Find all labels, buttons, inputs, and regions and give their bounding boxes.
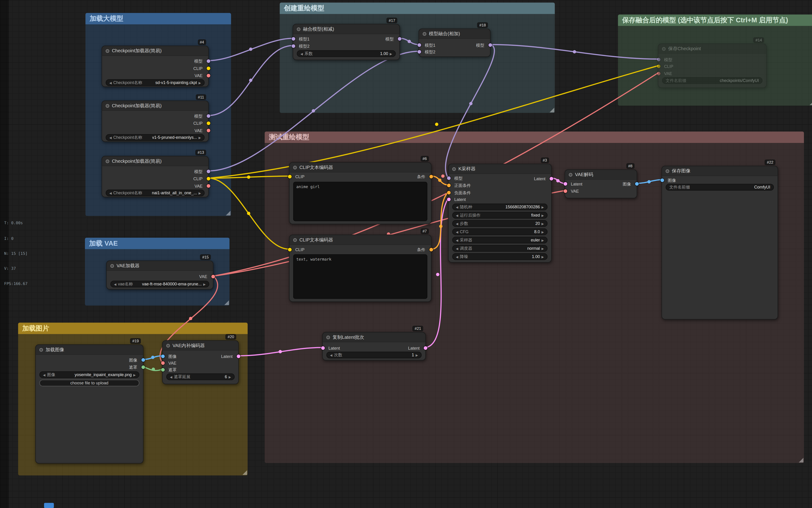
- conditioning-port-icon[interactable]: [429, 175, 433, 178]
- latent-port-icon[interactable]: [237, 354, 240, 358]
- filename-prefix-widget[interactable]: 文件名前缀checkpoints/ComfyUI: [662, 77, 763, 84]
- group-resize-handle[interactable]: [226, 211, 230, 215]
- combo-left-arrow-icon[interactable]: ◀: [110, 136, 112, 139]
- node-header[interactable]: VAE加载器: [106, 261, 213, 271]
- combo-left-arrow-icon[interactable]: ◀: [110, 191, 112, 195]
- increment-arrow-icon[interactable]: ▶: [542, 214, 544, 217]
- input-slot-negative[interactable]: 负面条件: [449, 190, 471, 196]
- collapse-toggle-icon[interactable]: [423, 32, 426, 36]
- collapse-toggle-icon[interactable]: [569, 173, 572, 176]
- input-slot-model2[interactable]: 模型2: [293, 43, 310, 49]
- input-slot-image[interactable]: 图像: [163, 353, 177, 359]
- collapse-toggle-icon[interactable]: [106, 49, 110, 53]
- increment-arrow-icon[interactable]: ▶: [542, 222, 544, 225]
- node-header[interactable]: 融合模型(相减): [293, 24, 400, 34]
- collapse-toggle-icon[interactable]: [666, 169, 669, 173]
- output-slot-model[interactable]: 模型: [194, 58, 208, 64]
- input-slot-latent[interactable]: Latent: [565, 181, 583, 187]
- node-vae-decode[interactable]: #8 VAE解码 Latent VAE 图像: [565, 169, 637, 199]
- decrement-arrow-icon[interactable]: ◀: [456, 222, 458, 225]
- node-header[interactable]: Checkpoint加载器(简易): [101, 100, 209, 111]
- increment-arrow-icon[interactable]: ▶: [416, 353, 418, 357]
- latent-port-icon[interactable]: [321, 346, 325, 350]
- vae-port-icon[interactable]: [211, 275, 215, 279]
- output-slot-clip[interactable]: CLIP: [194, 120, 208, 126]
- vae-port-icon[interactable]: [207, 74, 210, 78]
- combo-left-arrow-icon[interactable]: ◀: [456, 247, 458, 250]
- input-slot-latent[interactable]: Latent: [449, 196, 466, 203]
- input-slot-vae[interactable]: VAE: [163, 360, 176, 366]
- decrement-arrow-icon[interactable]: ◀: [456, 255, 458, 258]
- node-clip-encode-positive[interactable]: #6 CLIP文本编码器 CLIP 条件 anime girl: [289, 162, 432, 224]
- steps-widget[interactable]: ◀步数20▶: [452, 220, 548, 227]
- node-vae-encode-inpaint[interactable]: #20 VAE内补编码器 图像 VAE 遮罩 Latent ◀遮罩延展6▶: [162, 340, 239, 384]
- conditioning-port-icon[interactable]: [447, 191, 451, 195]
- conditioning-port-icon[interactable]: [447, 184, 451, 187]
- output-slot-clip[interactable]: CLIP: [194, 66, 208, 72]
- collapse-toggle-icon[interactable]: [166, 344, 170, 347]
- collapse-toggle-icon[interactable]: [39, 348, 43, 351]
- node-model-merge-subtract[interactable]: #17 融合模型(相减) 模型1 模型2 模型 ◀系数1.00▶: [293, 24, 400, 60]
- model-port-icon[interactable]: [207, 59, 210, 63]
- input-slot-clip[interactable]: CLIP: [658, 63, 673, 70]
- collapse-toggle-icon[interactable]: [662, 47, 666, 51]
- output-slot-latent[interactable]: Latent: [534, 176, 551, 182]
- output-slot-conditioning[interactable]: 条件: [417, 247, 431, 253]
- filename-prefix-widget[interactable]: 文件名前缀ComfyUI: [666, 184, 774, 190]
- image-port-icon[interactable]: [161, 354, 165, 358]
- output-slot-model[interactable]: 模型: [194, 168, 208, 174]
- combo-right-arrow-icon[interactable]: ▶: [542, 239, 544, 242]
- mask-port-icon[interactable]: [161, 368, 165, 372]
- node-header[interactable]: CLIP文本编码器: [289, 162, 432, 172]
- checkpoint-name-widget[interactable]: ◀Checkpoint名称sd-v1-5-inpainting.ckpt▶: [106, 79, 205, 86]
- output-slot-model[interactable]: 模型: [385, 36, 399, 42]
- image-port-icon[interactable]: [141, 358, 145, 362]
- combo-left-arrow-icon[interactable]: ◀: [456, 239, 458, 242]
- output-slot-model[interactable]: 模型: [476, 42, 490, 48]
- input-slot-model2[interactable]: 模型2: [419, 49, 435, 55]
- group-resize-handle[interactable]: [243, 470, 247, 475]
- group-title-bar[interactable]: 测试重绘模型: [265, 132, 804, 143]
- group-resize-handle[interactable]: [810, 100, 812, 105]
- model-port-icon[interactable]: [656, 58, 660, 61]
- control-after-generate-widget[interactable]: ◀运行后操作fixed▶: [452, 212, 548, 218]
- clip-port-icon[interactable]: [288, 248, 292, 252]
- seed-widget[interactable]: ◀随机种156680208700286▶: [452, 204, 548, 210]
- grow-mask-widget[interactable]: ◀遮罩延展6▶: [166, 373, 234, 380]
- conditioning-port-icon[interactable]: [429, 248, 433, 252]
- input-slot-mask[interactable]: 遮罩: [163, 367, 177, 373]
- group-title-bar[interactable]: 加载图片: [18, 323, 248, 334]
- input-slot-clip[interactable]: CLIP: [290, 247, 305, 253]
- input-slot-vae[interactable]: VAE: [565, 188, 579, 194]
- model-port-icon[interactable]: [397, 37, 401, 41]
- latent-port-icon[interactable]: [563, 182, 567, 186]
- node-save-checkpoint[interactable]: #14 保存Checkpoint 模型 CLIP VAE 文件名前缀checkp…: [658, 43, 767, 88]
- node-checkpoint-loader-11[interactable]: #11 Checkpoint加载器(简易) 模型 CLIP VAE ◀Check…: [101, 100, 209, 142]
- clip-port-icon[interactable]: [207, 122, 210, 125]
- denoise-widget[interactable]: ◀降噪1.00▶: [452, 253, 548, 260]
- output-slot-latent[interactable]: Latent: [408, 345, 425, 351]
- output-slot-clip[interactable]: CLIP: [194, 176, 208, 182]
- decrement-arrow-icon[interactable]: ◀: [456, 230, 458, 234]
- node-header[interactable]: Checkpoint加载器(简易): [101, 156, 209, 166]
- vae-port-icon[interactable]: [207, 129, 210, 132]
- input-slot-vae[interactable]: VAE: [658, 71, 672, 77]
- collapse-toggle-icon[interactable]: [106, 104, 110, 108]
- vae-name-widget[interactable]: ◀vae名称vae-ft-mse-840000-ema-prune...▶: [110, 281, 209, 288]
- input-slot-model[interactable]: 模型: [658, 56, 673, 62]
- node-save-image[interactable]: #22 保存图像 图像 文件名前缀ComfyUI: [661, 166, 778, 320]
- group-resize-handle[interactable]: [550, 108, 554, 112]
- node-graph-canvas[interactable]: 加载大模型 创建重绘模型 保存融合后的模型 (选中该节点后按下 Ctrl+M 启…: [0, 0, 812, 508]
- decrement-arrow-icon[interactable]: ◀: [300, 52, 303, 55]
- input-slot-model1[interactable]: 模型1: [419, 42, 435, 48]
- model-port-icon[interactable]: [488, 43, 492, 47]
- latent-port-icon[interactable]: [549, 177, 553, 180]
- collapse-toggle-icon[interactable]: [106, 159, 110, 163]
- node-header[interactable]: 复制Latent批次: [322, 332, 426, 342]
- input-slot-model1[interactable]: 模型1: [293, 36, 310, 42]
- input-slot-clip[interactable]: CLIP: [290, 174, 305, 180]
- mask-port-icon[interactable]: [141, 365, 145, 369]
- upload-image-button[interactable]: choose file to upload: [39, 380, 139, 386]
- combo-right-arrow-icon[interactable]: ▶: [199, 81, 201, 84]
- collapse-toggle-icon[interactable]: [297, 27, 300, 31]
